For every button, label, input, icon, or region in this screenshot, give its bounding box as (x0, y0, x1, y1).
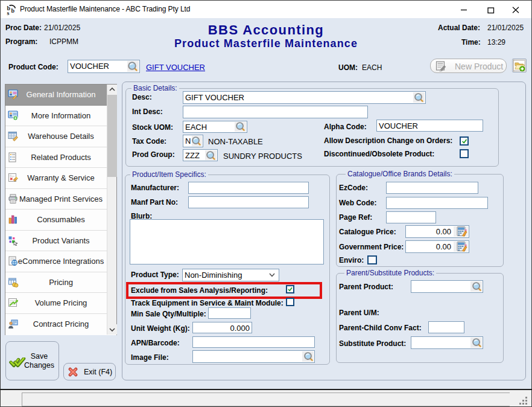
svg-text:b: b (11, 7, 15, 14)
svg-text:s: s (7, 10, 10, 16)
